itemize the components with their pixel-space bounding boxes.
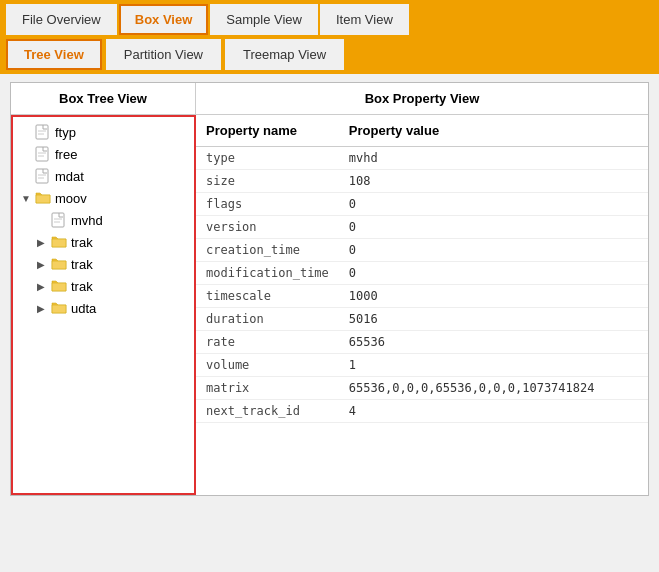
tree-item-label: trak	[71, 257, 93, 272]
tab-item-view[interactable]: Item View	[320, 4, 409, 35]
property-name-cell: duration	[196, 308, 339, 331]
property-name-cell: flags	[196, 193, 339, 216]
property-value-cell: 4	[339, 400, 648, 423]
tree-item-label: udta	[71, 301, 96, 316]
second-nav: Tree View Partition View Treemap View	[0, 35, 659, 74]
tree-item-label: moov	[55, 191, 87, 206]
table-row: matrix 65536,0,0,0,65536,0,0,0,107374182…	[196, 377, 648, 400]
table-row: size 108	[196, 170, 648, 193]
tree-item-label: trak	[71, 235, 93, 250]
property-name-cell: matrix	[196, 377, 339, 400]
content-wrapper: Box Tree View Box Property View ftyp fre…	[10, 82, 649, 496]
table-row: rate 65536	[196, 331, 648, 354]
tree-item[interactable]: ▶ trak	[13, 231, 194, 253]
tree-panel: ftyp free mdat▼ moov	[11, 115, 196, 495]
table-row: volume 1	[196, 354, 648, 377]
property-name-cell: creation_time	[196, 239, 339, 262]
tree-item[interactable]: ▶ trak	[13, 275, 194, 297]
property-name-cell: modification_time	[196, 262, 339, 285]
tree-item[interactable]: ▼ moov	[13, 187, 194, 209]
svg-rect-3	[36, 147, 48, 161]
property-panel: Property name Property value type mvhd s…	[196, 115, 648, 495]
folder-icon	[51, 234, 67, 250]
col-property-value: Property value	[339, 115, 648, 147]
property-name-cell: volume	[196, 354, 339, 377]
file-icon	[51, 212, 67, 228]
property-name-cell: size	[196, 170, 339, 193]
tree-item-label: mdat	[55, 169, 84, 184]
property-name-cell: next_track_id	[196, 400, 339, 423]
tab-sample-view[interactable]: Sample View	[210, 4, 318, 35]
table-row: modification_time 0	[196, 262, 648, 285]
property-value-cell: 65536,0,0,0,65536,0,0,0,1073741824	[339, 377, 648, 400]
tree-item-label: ftyp	[55, 125, 76, 140]
table-row: creation_time 0	[196, 239, 648, 262]
property-value-cell: mvhd	[339, 147, 648, 170]
tree-item[interactable]: ▶ udta	[13, 297, 194, 319]
svg-rect-9	[52, 213, 64, 227]
tree-item[interactable]: mdat	[13, 165, 194, 187]
property-name-cell: type	[196, 147, 339, 170]
table-row: version 0	[196, 216, 648, 239]
property-value-cell: 0	[339, 262, 648, 285]
top-nav: File Overview Box View Sample View Item …	[0, 0, 659, 35]
property-value-cell: 1	[339, 354, 648, 377]
property-table: Property name Property value type mvhd s…	[196, 115, 648, 423]
tree-item-label: trak	[71, 279, 93, 294]
expand-arrow[interactable]: ▶	[37, 259, 49, 270]
tree-item[interactable]: mvhd	[13, 209, 194, 231]
tree-item[interactable]: ▶ trak	[13, 253, 194, 275]
content-body: ftyp free mdat▼ moov	[11, 115, 648, 495]
tab-partition-view[interactable]: Partition View	[106, 39, 221, 70]
folder-icon	[51, 300, 67, 316]
content-header: Box Tree View Box Property View	[11, 83, 648, 115]
file-icon	[35, 168, 51, 184]
property-name-cell: timescale	[196, 285, 339, 308]
property-value-cell: 5016	[339, 308, 648, 331]
folder-icon	[51, 278, 67, 294]
box-property-header: Box Property View	[196, 83, 648, 114]
col-property-name: Property name	[196, 115, 339, 147]
tab-box-view[interactable]: Box View	[119, 4, 209, 35]
tree-item[interactable]: free	[13, 143, 194, 165]
table-row: timescale 1000	[196, 285, 648, 308]
tree-item-label: free	[55, 147, 77, 162]
property-name-cell: version	[196, 216, 339, 239]
folder-icon	[35, 190, 51, 206]
file-icon	[35, 146, 51, 162]
tree-item[interactable]: ftyp	[13, 121, 194, 143]
property-value-cell: 0	[339, 193, 648, 216]
main-content: Box Tree View Box Property View ftyp fre…	[0, 74, 659, 504]
expand-arrow[interactable]: ▶	[37, 281, 49, 292]
tree-item-label: mvhd	[71, 213, 103, 228]
file-icon	[35, 124, 51, 140]
folder-icon	[51, 256, 67, 272]
table-row: type mvhd	[196, 147, 648, 170]
table-row: next_track_id 4	[196, 400, 648, 423]
tab-file-overview[interactable]: File Overview	[6, 4, 117, 35]
expand-arrow[interactable]: ▶	[37, 237, 49, 248]
expand-arrow[interactable]: ▼	[21, 193, 33, 204]
box-tree-header: Box Tree View	[11, 83, 196, 114]
property-value-cell: 0	[339, 239, 648, 262]
property-value-cell: 108	[339, 170, 648, 193]
property-value-cell: 0	[339, 216, 648, 239]
property-value-cell: 65536	[339, 331, 648, 354]
table-row: duration 5016	[196, 308, 648, 331]
svg-rect-0	[36, 125, 48, 139]
expand-arrow[interactable]: ▶	[37, 303, 49, 314]
property-value-cell: 1000	[339, 285, 648, 308]
svg-rect-6	[36, 169, 48, 183]
tab-treemap-view[interactable]: Treemap View	[225, 39, 344, 70]
table-row: flags 0	[196, 193, 648, 216]
tab-tree-view[interactable]: Tree View	[6, 39, 102, 70]
property-name-cell: rate	[196, 331, 339, 354]
